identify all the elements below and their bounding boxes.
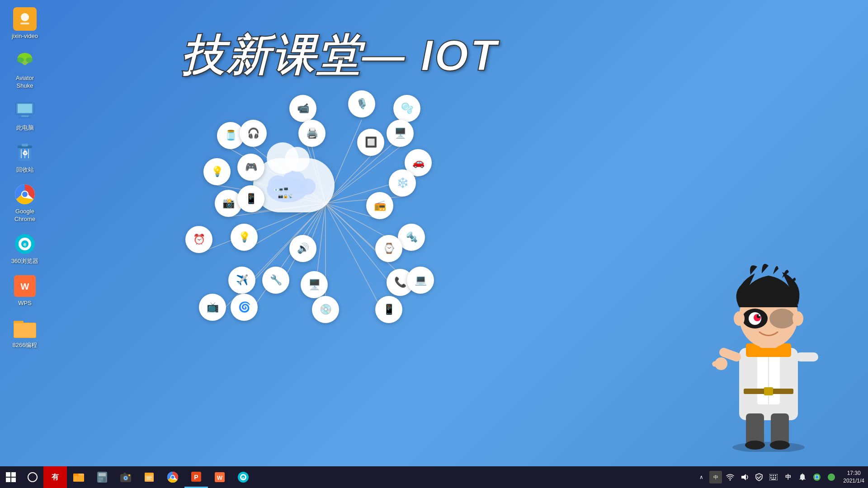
taskbar-app-explorer[interactable] xyxy=(67,466,90,488)
desktop-icon-recycle-bin[interactable]: ♻ 回收站 xyxy=(5,138,45,177)
tray-keyboard-icon[interactable] xyxy=(767,471,780,483)
svg-rect-89 xyxy=(6,478,10,482)
desktop-icon-this-pc[interactable]: 此电脑 xyxy=(5,96,45,135)
iot-node-radio: 📻 xyxy=(366,192,393,219)
desktop-icon-google-chrome[interactable]: GoogleChrome xyxy=(5,180,45,226)
svg-rect-26 xyxy=(14,323,36,338)
svg-rect-127 xyxy=(773,475,774,476)
iot-node-washer: 🔲 xyxy=(357,129,384,156)
svg-rect-111 xyxy=(146,477,152,478)
search-button[interactable] xyxy=(22,466,43,488)
svg-point-86 xyxy=(793,311,803,326)
svg-rect-10 xyxy=(19,117,31,118)
main-title: 技新课堂— IOT xyxy=(181,27,778,86)
jixin-video-label: jixin-video xyxy=(12,33,38,40)
taskbar-app-wps[interactable]: W xyxy=(208,466,231,488)
browser-360-icon: e xyxy=(13,232,37,256)
iot-node-tablet: 📱 xyxy=(375,296,402,323)
taskbar-app-calc[interactable] xyxy=(90,466,114,488)
iot-node-speaker: 🔊 xyxy=(289,235,316,262)
svg-point-17 xyxy=(22,192,28,197)
start-button[interactable] xyxy=(0,466,22,488)
svg-rect-68 xyxy=(746,413,764,445)
aviator-shuke-label: AviatorShuke xyxy=(16,75,34,90)
tray-status-green-2 xyxy=(825,471,838,483)
tray-network-icon[interactable] xyxy=(724,471,736,483)
iot-cloud-center: 📧💻🖥️ 📷🔒📡 xyxy=(253,158,335,212)
tray-date: 2021/1/4 xyxy=(843,477,864,485)
tray-clock[interactable]: 17:30 2021/1/4 xyxy=(840,469,868,485)
tray-shield-icon[interactable] xyxy=(753,471,765,483)
wps-label: WPS xyxy=(18,300,32,307)
svg-point-115 xyxy=(171,476,175,479)
iot-node-watch: ⌚ xyxy=(375,235,402,262)
tray-ime-cn-icon[interactable]: 中 xyxy=(782,471,794,483)
svg-rect-131 xyxy=(775,477,776,479)
tray-expand-icon[interactable]: ∧ xyxy=(695,471,708,483)
iot-node-clock: ⏰ xyxy=(185,226,212,253)
svg-point-62 xyxy=(732,442,805,452)
tray-volume-icon[interactable] xyxy=(738,471,751,483)
svg-text:📧💻🖥️: 📧💻🖥️ xyxy=(274,187,289,192)
svg-rect-101 xyxy=(103,478,106,482)
tray-ime-icon[interactable]: 中 xyxy=(709,471,722,483)
svg-rect-69 xyxy=(771,413,789,445)
svg-text:W: W xyxy=(217,474,223,481)
folder-8266-icon xyxy=(13,316,37,340)
svg-rect-132 xyxy=(771,479,776,480)
svg-point-124 xyxy=(730,479,731,481)
desktop-icons-column: jixin-video AviatorShuke xyxy=(5,5,45,352)
iot-node-phone: 📱 xyxy=(237,185,264,212)
aviator-shuke-icon xyxy=(13,49,37,73)
iot-node-lamp: 💡 xyxy=(203,158,231,185)
iot-node-cd: 💿 xyxy=(312,296,339,323)
svg-rect-94 xyxy=(73,474,79,476)
tray-time: 17:30 xyxy=(843,469,864,477)
svg-rect-112 xyxy=(146,479,151,479)
svg-rect-106 xyxy=(123,473,126,475)
character-illustration xyxy=(705,235,832,452)
svg-rect-8 xyxy=(18,104,32,113)
svg-rect-75 xyxy=(796,352,818,361)
svg-rect-2 xyxy=(20,23,29,24)
taskbar-app-360[interactable]: e xyxy=(231,466,255,488)
svg-line-34 xyxy=(326,147,400,203)
folder-8266-label: 8266编程 xyxy=(13,342,38,349)
svg-rect-88 xyxy=(11,472,16,477)
iot-node-drill: 🔧 xyxy=(262,267,289,294)
desktop-icon-360-browser[interactable]: e 360浏览器 xyxy=(5,230,45,268)
svg-text:e: e xyxy=(242,476,245,480)
this-pc-label: 此电脑 xyxy=(16,124,34,132)
desktop-icon-aviator-shuke[interactable]: AviatorShuke xyxy=(5,47,45,93)
taskbar-app-camera[interactable] xyxy=(114,466,137,488)
iot-node-desktop: 🖥️ xyxy=(301,271,328,298)
svg-point-1 xyxy=(21,13,29,21)
svg-point-71 xyxy=(770,441,790,450)
this-pc-icon xyxy=(13,99,37,122)
taskbar-app-chrome[interactable] xyxy=(161,466,184,488)
svg-point-70 xyxy=(745,441,765,450)
iot-node-plane: ✈️ xyxy=(228,267,255,294)
taskbar-app-files[interactable] xyxy=(137,466,161,488)
svg-text:e: e xyxy=(24,241,27,248)
svg-line-53 xyxy=(244,203,326,316)
svg-rect-87 xyxy=(6,472,10,477)
iot-node-headphone: 🎧 xyxy=(240,120,267,147)
desktop-icon-jixin-video[interactable]: jixin-video xyxy=(5,5,45,43)
svg-rect-9 xyxy=(21,115,28,117)
svg-text:W: W xyxy=(21,282,29,291)
iot-node-microwave: 📺 xyxy=(199,294,226,321)
svg-point-107 xyxy=(128,474,130,476)
svg-point-91 xyxy=(28,473,37,482)
svg-rect-129 xyxy=(770,477,772,479)
wps-icon: W xyxy=(13,274,37,298)
svg-text:P: P xyxy=(194,474,198,481)
desktop-icon-8266[interactable]: 8266编程 xyxy=(5,314,45,352)
taskbar-app-powerpoint[interactable]: P xyxy=(184,466,208,488)
system-tray: ∧ 中 xyxy=(695,469,868,485)
tray-notification-icon[interactable] xyxy=(796,471,809,483)
svg-point-84 xyxy=(759,314,760,316)
desktop-icon-wps[interactable]: W WPS xyxy=(5,272,45,310)
taskbar-app-youdao[interactable]: 有 xyxy=(43,466,67,488)
iot-node-laptop: 💻 xyxy=(407,267,434,294)
